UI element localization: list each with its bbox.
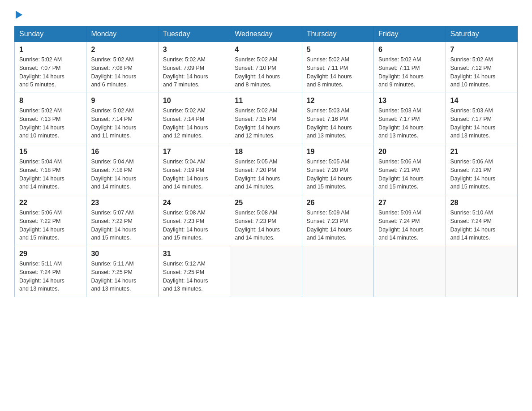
calendar-header-saturday: Saturday: [446, 26, 517, 42]
day-number: 9: [91, 97, 153, 105]
day-info: Sunrise: 5:02 AMSunset: 7:14 PMDaylight:…: [91, 107, 153, 140]
day-info: Sunrise: 5:05 AMSunset: 7:20 PMDaylight:…: [307, 158, 369, 191]
calendar-week-row: 22Sunrise: 5:06 AMSunset: 7:22 PMDayligh…: [15, 195, 518, 246]
day-info: Sunrise: 5:02 AMSunset: 7:09 PMDaylight:…: [163, 56, 225, 89]
calendar-cell: 27Sunrise: 5:09 AMSunset: 7:24 PMDayligh…: [374, 195, 446, 246]
day-info: Sunrise: 5:12 AMSunset: 7:25 PMDaylight:…: [163, 260, 225, 293]
day-info: Sunrise: 5:03 AMSunset: 7:17 PMDaylight:…: [378, 107, 441, 140]
day-number: 25: [235, 199, 297, 207]
day-info: Sunrise: 5:08 AMSunset: 7:23 PMDaylight:…: [235, 209, 297, 242]
day-info: Sunrise: 5:05 AMSunset: 7:20 PMDaylight:…: [235, 158, 297, 191]
calendar-cell: 21Sunrise: 5:06 AMSunset: 7:21 PMDayligh…: [446, 144, 517, 195]
calendar-cell: 28Sunrise: 5:10 AMSunset: 7:24 PMDayligh…: [446, 195, 517, 246]
day-info: Sunrise: 5:02 AMSunset: 7:11 PMDaylight:…: [378, 56, 441, 89]
calendar-cell: 18Sunrise: 5:05 AMSunset: 7:20 PMDayligh…: [230, 144, 302, 195]
calendar-cell: 9Sunrise: 5:02 AMSunset: 7:14 PMDaylight…: [86, 93, 158, 144]
day-info: Sunrise: 5:02 AMSunset: 7:08 PMDaylight:…: [91, 56, 153, 89]
calendar-table: SundayMondayTuesdayWednesdayThursdayFrid…: [14, 26, 518, 297]
day-number: 8: [19, 97, 82, 105]
day-number: 22: [19, 199, 82, 207]
calendar-header-tuesday: Tuesday: [158, 26, 230, 42]
day-info: Sunrise: 5:11 AMSunset: 7:24 PMDaylight:…: [19, 260, 82, 293]
calendar-cell: 23Sunrise: 5:07 AMSunset: 7:22 PMDayligh…: [86, 195, 158, 246]
day-info: Sunrise: 5:04 AMSunset: 7:18 PMDaylight:…: [91, 158, 153, 191]
day-number: 13: [378, 97, 441, 105]
day-number: 15: [19, 148, 82, 156]
calendar-cell: 7Sunrise: 5:02 AMSunset: 7:12 PMDaylight…: [446, 42, 517, 93]
day-number: 21: [450, 148, 513, 156]
day-number: 18: [235, 148, 297, 156]
day-number: 7: [450, 46, 513, 54]
day-info: Sunrise: 5:02 AMSunset: 7:07 PMDaylight:…: [19, 56, 82, 89]
day-number: 24: [163, 199, 225, 207]
day-number: 26: [307, 199, 369, 207]
day-number: 31: [163, 250, 225, 258]
calendar-cell: 30Sunrise: 5:11 AMSunset: 7:25 PMDayligh…: [86, 246, 158, 297]
calendar-cell: 24Sunrise: 5:08 AMSunset: 7:23 PMDayligh…: [158, 195, 230, 246]
logo-line2: [14, 11, 22, 19]
day-info: Sunrise: 5:03 AMSunset: 7:16 PMDaylight:…: [307, 107, 369, 140]
day-number: 28: [450, 199, 513, 207]
day-info: Sunrise: 5:11 AMSunset: 7:25 PMDaylight:…: [91, 260, 153, 293]
day-number: 20: [378, 148, 441, 156]
calendar-cell: 8Sunrise: 5:02 AMSunset: 7:13 PMDaylight…: [15, 93, 86, 144]
day-info: Sunrise: 5:02 AMSunset: 7:10 PMDaylight:…: [235, 56, 297, 89]
day-number: 27: [378, 199, 441, 207]
day-number: 23: [91, 199, 153, 207]
calendar-cell: [302, 246, 373, 297]
calendar-cell: 29Sunrise: 5:11 AMSunset: 7:24 PMDayligh…: [15, 246, 86, 297]
calendar-week-row: 15Sunrise: 5:04 AMSunset: 7:18 PMDayligh…: [15, 144, 518, 195]
calendar-header-wednesday: Wednesday: [230, 26, 302, 42]
day-number: 16: [91, 148, 153, 156]
day-number: 30: [91, 250, 153, 258]
calendar-cell: 1Sunrise: 5:02 AMSunset: 7:07 PMDaylight…: [15, 42, 86, 93]
calendar-cell: 22Sunrise: 5:06 AMSunset: 7:22 PMDayligh…: [15, 195, 86, 246]
day-info: Sunrise: 5:02 AMSunset: 7:11 PMDaylight:…: [307, 56, 369, 89]
calendar-cell: 3Sunrise: 5:02 AMSunset: 7:09 PMDaylight…: [158, 42, 230, 93]
calendar-cell: 31Sunrise: 5:12 AMSunset: 7:25 PMDayligh…: [158, 246, 230, 297]
page-header: [14, 11, 518, 19]
calendar-cell: 4Sunrise: 5:02 AMSunset: 7:10 PMDaylight…: [230, 42, 302, 93]
calendar-week-row: 1Sunrise: 5:02 AMSunset: 7:07 PMDaylight…: [15, 42, 518, 93]
calendar-cell: 13Sunrise: 5:03 AMSunset: 7:17 PMDayligh…: [374, 93, 446, 144]
day-info: Sunrise: 5:10 AMSunset: 7:24 PMDaylight:…: [450, 209, 513, 242]
day-number: 19: [307, 148, 369, 156]
day-info: Sunrise: 5:07 AMSunset: 7:22 PMDaylight:…: [91, 209, 153, 242]
calendar-cell: 10Sunrise: 5:02 AMSunset: 7:14 PMDayligh…: [158, 93, 230, 144]
calendar-header-monday: Monday: [86, 26, 158, 42]
day-info: Sunrise: 5:09 AMSunset: 7:24 PMDaylight:…: [378, 209, 441, 242]
calendar-cell: 2Sunrise: 5:02 AMSunset: 7:08 PMDaylight…: [86, 42, 158, 93]
day-number: 3: [163, 46, 225, 54]
calendar-cell: 11Sunrise: 5:02 AMSunset: 7:15 PMDayligh…: [230, 93, 302, 144]
calendar-cell: 17Sunrise: 5:04 AMSunset: 7:19 PMDayligh…: [158, 144, 230, 195]
day-info: Sunrise: 5:02 AMSunset: 7:15 PMDaylight:…: [235, 107, 297, 140]
day-info: Sunrise: 5:02 AMSunset: 7:13 PMDaylight:…: [19, 107, 82, 140]
day-info: Sunrise: 5:03 AMSunset: 7:17 PMDaylight:…: [450, 107, 513, 140]
calendar-week-row: 29Sunrise: 5:11 AMSunset: 7:24 PMDayligh…: [15, 246, 518, 297]
day-number: 29: [19, 250, 82, 258]
day-number: 11: [235, 97, 297, 105]
day-number: 17: [163, 148, 225, 156]
day-info: Sunrise: 5:02 AMSunset: 7:14 PMDaylight:…: [163, 107, 225, 140]
day-number: 14: [450, 97, 513, 105]
logo: [14, 11, 22, 19]
calendar-week-row: 8Sunrise: 5:02 AMSunset: 7:13 PMDaylight…: [15, 93, 518, 144]
calendar-cell: [446, 246, 517, 297]
day-number: 1: [19, 46, 82, 54]
day-number: 5: [307, 46, 369, 54]
day-number: 12: [307, 97, 369, 105]
calendar-cell: [374, 246, 446, 297]
calendar-cell: 20Sunrise: 5:06 AMSunset: 7:21 PMDayligh…: [374, 144, 446, 195]
calendar-cell: 5Sunrise: 5:02 AMSunset: 7:11 PMDaylight…: [302, 42, 373, 93]
day-number: 4: [235, 46, 297, 54]
day-info: Sunrise: 5:04 AMSunset: 7:18 PMDaylight:…: [19, 158, 82, 191]
logo-arrow-icon: [16, 11, 22, 19]
day-info: Sunrise: 5:09 AMSunset: 7:23 PMDaylight:…: [307, 209, 369, 242]
calendar-cell: 16Sunrise: 5:04 AMSunset: 7:18 PMDayligh…: [86, 144, 158, 195]
calendar-header-sunday: Sunday: [15, 26, 86, 42]
day-number: 2: [91, 46, 153, 54]
calendar-cell: [230, 246, 302, 297]
day-info: Sunrise: 5:06 AMSunset: 7:22 PMDaylight:…: [19, 209, 82, 242]
calendar-cell: 12Sunrise: 5:03 AMSunset: 7:16 PMDayligh…: [302, 93, 373, 144]
calendar-cell: 25Sunrise: 5:08 AMSunset: 7:23 PMDayligh…: [230, 195, 302, 246]
